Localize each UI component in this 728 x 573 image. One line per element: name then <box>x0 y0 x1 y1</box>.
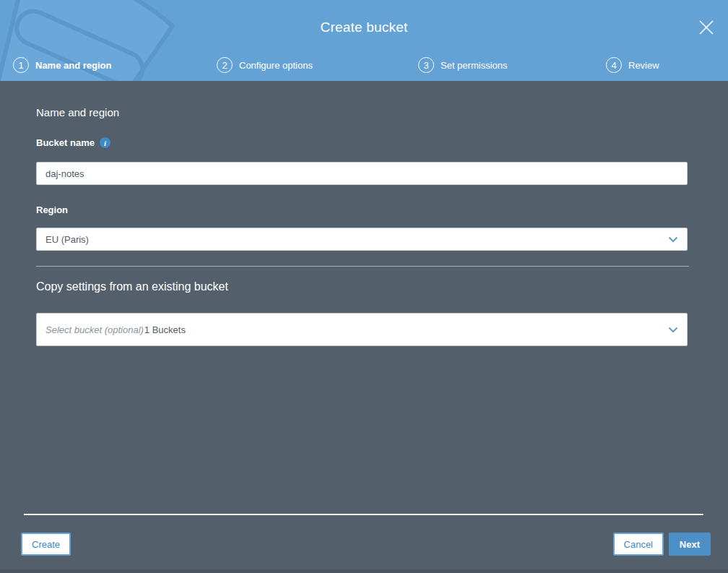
step-3-circle: 3 <box>418 57 434 73</box>
region-select[interactable]: EU (Paris) <box>36 228 688 251</box>
bucket-name-label: Bucket name i <box>36 137 110 148</box>
step-indicator: 1 Name and region 2 Configure options 3 … <box>0 0 728 81</box>
section-title-copy-settings: Copy settings from an existing bucket <box>36 280 228 293</box>
section-divider <box>36 266 689 267</box>
step-configure-options[interactable]: 2 Configure options <box>217 57 313 73</box>
next-button[interactable]: Next <box>669 533 711 556</box>
chevron-down-icon <box>668 327 678 333</box>
copy-bucket-select-count: 1 Buckets <box>144 324 186 335</box>
cancel-button[interactable]: Cancel <box>613 533 664 556</box>
footer-divider <box>24 514 703 515</box>
step-set-permissions[interactable]: 3 Set permissions <box>418 57 507 73</box>
bucket-name-label-text: Bucket name <box>36 137 95 148</box>
region-label-text: Region <box>36 204 68 215</box>
region-label: Region <box>36 204 68 215</box>
step-2-label: Configure options <box>239 60 313 71</box>
info-icon[interactable]: i <box>100 137 110 148</box>
section-title-name-and-region: Name and region <box>36 106 119 119</box>
step-4-circle: 4 <box>606 57 622 73</box>
bottom-edge <box>0 569 728 573</box>
create-button[interactable]: Create <box>21 533 71 556</box>
step-3-label: Set permissions <box>441 60 507 71</box>
region-select-value: EU (Paris) <box>46 234 89 245</box>
step-1-circle: 1 <box>13 57 29 73</box>
step-4-label: Review <box>628 60 659 71</box>
step-name-and-region[interactable]: 1 Name and region <box>13 57 111 73</box>
step-1-label: Name and region <box>35 60 111 71</box>
step-2-circle: 2 <box>217 57 233 73</box>
step-review[interactable]: 4 Review <box>606 57 659 73</box>
chevron-down-icon <box>668 236 678 243</box>
copy-bucket-select[interactable]: Select bucket (optional) 1 Buckets <box>36 313 688 346</box>
create-bucket-modal: Create bucket 1 Name and region 2 Config… <box>0 0 728 573</box>
modal-header: Create bucket 1 Name and region 2 Config… <box>0 0 728 81</box>
bucket-name-input[interactable] <box>36 162 688 185</box>
copy-bucket-select-placeholder: Select bucket (optional) <box>46 324 144 335</box>
